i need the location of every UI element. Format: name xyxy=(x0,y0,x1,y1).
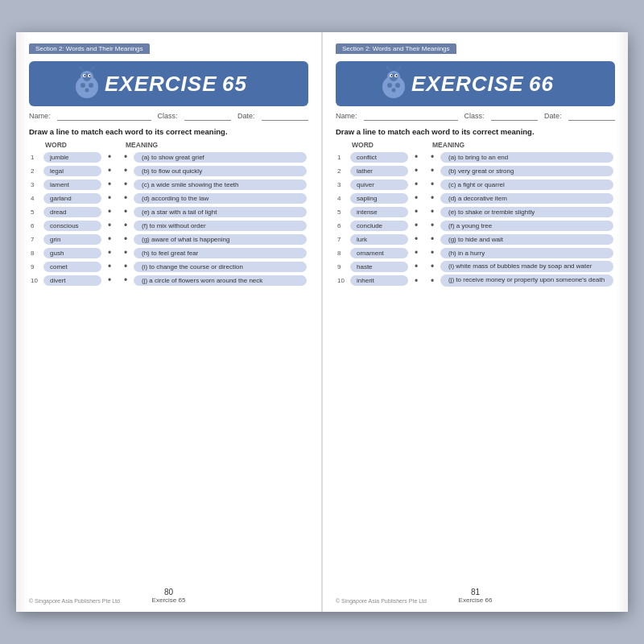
table-row: 7 lurk • • (g) to hide and wait xyxy=(336,233,615,245)
meaning-pill: (j) to receive money or property upon so… xyxy=(440,275,613,286)
svg-point-7 xyxy=(80,83,85,88)
meaning-dot: • xyxy=(118,165,134,176)
word-dot: • xyxy=(101,247,118,258)
word-pill: sapling xyxy=(350,193,408,204)
right-name-field[interactable] xyxy=(364,111,458,121)
row-number: 7 xyxy=(337,236,350,243)
word-pill: conscious xyxy=(43,221,101,231)
meaning-pill: (h) in a hurry xyxy=(440,248,613,258)
word-dot: • xyxy=(101,179,118,190)
table-row: 10 divert • • (j) a circle of flowers wo… xyxy=(29,275,308,286)
right-exercise-header: EXERCISE 66 xyxy=(336,61,615,106)
meaning-pill: (g) to hide and wait xyxy=(440,234,613,245)
book-container: Section 2: Words and Their Meanings xyxy=(16,32,628,612)
row-number: 10 xyxy=(31,277,43,284)
word-dot: • xyxy=(101,206,118,217)
table-row: 1 jumble • • (a) to show great grief xyxy=(29,151,308,163)
meaning-pill: (h) to feel great fear xyxy=(134,248,307,258)
table-row: 3 lament • • (c) a wide smile showing th… xyxy=(29,179,308,190)
word-pill: conflict xyxy=(350,152,408,163)
meaning-pill: (c) a fight or quarrel xyxy=(440,180,613,190)
meaning-dot: • xyxy=(424,233,440,245)
word-dot: • xyxy=(101,233,118,245)
right-date-field[interactable] xyxy=(568,111,615,121)
table-row: 9 comet • • (i) to change the course or … xyxy=(29,261,308,272)
left-exercise-title: EXERCISE 65 xyxy=(105,72,247,97)
right-columns-header: WORD MEANING xyxy=(336,141,615,149)
left-instruction: Draw a line to match each word to its co… xyxy=(29,127,308,136)
meaning-pill: (f) to mix without order xyxy=(134,221,307,231)
left-exercise-header: EXERCISE 65 xyxy=(29,61,308,106)
right-class-field[interactable] xyxy=(491,111,538,121)
word-pill: dread xyxy=(43,207,101,217)
left-matching-rows: 1 jumble • • (a) to show great grief 2 l… xyxy=(29,151,308,286)
table-row: 2 lather • • (b) very great or strong xyxy=(336,165,615,176)
right-matching-rows: 1 conflict • • (a) to bring to an end 2 … xyxy=(336,151,615,287)
row-number: 7 xyxy=(31,236,43,243)
meaning-pill: (d) according to the law xyxy=(134,193,307,204)
word-dot: • xyxy=(408,179,424,190)
left-page: Section 2: Words and Their Meanings xyxy=(16,32,323,612)
row-number: 3 xyxy=(31,181,43,188)
word-dot: • xyxy=(408,233,424,245)
svg-point-8 xyxy=(89,83,93,88)
row-number: 5 xyxy=(337,208,350,216)
row-number: 9 xyxy=(337,263,350,270)
left-class-field[interactable] xyxy=(184,111,231,121)
svg-point-20 xyxy=(396,75,398,76)
word-pill: comet xyxy=(43,262,101,272)
word-pill: lurk xyxy=(350,234,408,245)
table-row: 1 conflict • • (a) to bring to an end xyxy=(336,151,615,163)
row-number: 6 xyxy=(337,222,350,229)
left-name-field[interactable] xyxy=(57,111,151,121)
svg-point-23 xyxy=(392,89,396,93)
meaning-dot: • xyxy=(424,165,440,176)
meaning-pill: (i) white mass of bubbles made by soap a… xyxy=(440,261,613,272)
svg-point-9 xyxy=(85,89,89,93)
word-dot: • xyxy=(408,275,424,287)
svg-point-12 xyxy=(80,67,82,69)
svg-point-26 xyxy=(386,67,389,69)
word-dot: • xyxy=(101,275,118,286)
meaning-pill: (d) a decorative item xyxy=(440,193,613,204)
table-row: 6 conclude • • (f) a young tree xyxy=(336,220,615,231)
right-page-footer: © Singapore Asia Publishers Pte Ltd 81 E… xyxy=(323,588,628,604)
left-columns-header: WORD MEANING xyxy=(29,141,308,149)
meaning-dot: • xyxy=(118,247,134,258)
left-section-tab: Section 2: Words and Their Meanings xyxy=(29,43,150,54)
svg-point-27 xyxy=(399,67,402,69)
word-pill: haste xyxy=(350,262,408,272)
word-dot: • xyxy=(101,261,118,272)
word-pill: conclude xyxy=(350,221,408,231)
word-pill: jumble xyxy=(43,152,101,163)
table-row: 2 legal • • (b) to flow out quickly xyxy=(29,165,308,176)
word-dot: • xyxy=(408,261,424,272)
row-number: 10 xyxy=(337,277,350,284)
meaning-dot: • xyxy=(424,151,440,163)
row-number: 4 xyxy=(31,195,43,202)
word-dot: • xyxy=(101,151,118,163)
meaning-pill: (b) to flow out quickly xyxy=(134,166,307,176)
word-pill: lather xyxy=(350,166,408,176)
table-row: 6 conscious • • (f) to mix without order xyxy=(29,220,308,231)
word-dot: • xyxy=(408,192,424,204)
right-section-tab: Section 2: Words and Their Meanings xyxy=(336,43,456,54)
row-number: 6 xyxy=(31,222,43,229)
meaning-pill: (e) a star with a tail of light xyxy=(134,207,307,217)
meaning-pill: (b) very great or strong xyxy=(440,166,613,176)
word-pill: garland xyxy=(43,193,101,204)
word-dot: • xyxy=(408,151,424,163)
meaning-pill: (a) to show great grief xyxy=(134,152,307,163)
row-number: 2 xyxy=(31,167,43,175)
meaning-dot: • xyxy=(118,261,134,272)
row-number: 8 xyxy=(337,250,350,257)
left-date-field[interactable] xyxy=(262,111,308,121)
word-dot: • xyxy=(408,247,424,258)
meaning-dot: • xyxy=(118,275,134,286)
word-pill: inherit xyxy=(350,275,408,286)
meaning-dot: • xyxy=(118,233,134,245)
word-pill: grin xyxy=(43,234,101,245)
left-name-row: Name: Class: Date: xyxy=(29,111,308,121)
word-pill: legal xyxy=(43,166,101,176)
table-row: 4 sapling • • (d) a decorative item xyxy=(336,192,615,204)
